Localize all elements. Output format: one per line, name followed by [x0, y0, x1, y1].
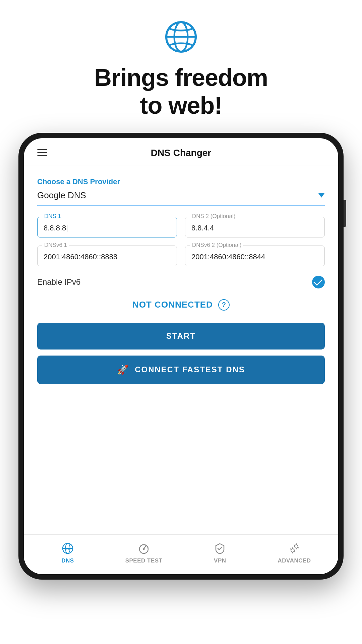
dnsv6-2-label: DNSv6 2 (Optional) — [190, 242, 243, 249]
phone-mockup: DNS Changer Choose a DNS Provider Google… — [0, 133, 362, 644]
speed-test-nav-icon — [137, 541, 151, 555]
dns-provider-label: Choose a DNS Provider — [37, 177, 325, 186]
status-text: NOT CONNECTED — [132, 300, 213, 310]
vpn-nav-icon — [213, 541, 227, 555]
dns-fields-grid: DNS 1 8.8.8.8 DNS 2 (Optional) 8.8.4.4 D… — [37, 217, 325, 266]
dnsv6-1-value: 2001:4860:4860::8888 — [44, 253, 171, 261]
dns1-value: 8.8.8.8 — [44, 224, 171, 232]
nav-advanced-label: ADVANCED — [278, 557, 311, 564]
dnsv6-2-value: 2001:4860:4860::8844 — [191, 253, 318, 261]
dns-provider-value: Google DNS — [37, 190, 86, 201]
hamburger-menu-button[interactable] — [37, 149, 47, 156]
dns-provider-dropdown[interactable]: Google DNS — [37, 190, 325, 206]
dns2-field[interactable]: DNS 2 (Optional) 8.8.4.4 — [185, 217, 325, 237]
ipv6-checkbox[interactable] — [312, 276, 325, 288]
hero-title: Brings freedom to web! — [94, 64, 268, 119]
svg-point-9 — [143, 548, 145, 550]
phone-body: DNS Changer Choose a DNS Provider Google… — [18, 133, 344, 580]
nav-item-advanced[interactable]: ADVANCED — [278, 541, 311, 564]
hero-section: Brings freedom to web! — [0, 0, 362, 133]
chevron-down-icon — [318, 193, 325, 198]
bottom-nav: DNS DNS SPEED TEST — [24, 534, 338, 574]
app-content: Choose a DNS Provider Google DNS DNS 1 8… — [24, 165, 338, 534]
dns-nav-icon: DNS — [61, 541, 75, 555]
status-row: NOT CONNECTED ? — [37, 299, 325, 311]
globe-icon — [164, 20, 198, 54]
dnsv6-1-field[interactable]: DNSv6 1 2001:4860:4860::8888 — [37, 246, 177, 266]
advanced-nav-icon — [287, 541, 301, 555]
nav-vpn-label: VPN — [214, 557, 226, 564]
app-title: DNS Changer — [151, 148, 211, 158]
nav-item-speed-test[interactable]: SPEED TEST — [125, 541, 163, 564]
dns2-value: 8.8.4.4 — [191, 224, 318, 232]
nav-dns-label: DNS — [61, 557, 74, 564]
app-topbar: DNS Changer — [24, 138, 338, 165]
svg-text:DNS: DNS — [65, 547, 71, 550]
nav-item-vpn[interactable]: VPN — [203, 541, 237, 564]
dnsv6-2-field[interactable]: DNSv6 2 (Optional) 2001:4860:4860::8844 — [185, 246, 325, 266]
rocket-icon: 🚀 — [117, 364, 129, 375]
svg-point-11 — [291, 549, 294, 552]
phone-screen: DNS Changer Choose a DNS Provider Google… — [24, 138, 338, 574]
nav-item-dns[interactable]: DNS DNS — [51, 541, 84, 564]
dnsv6-1-label: DNSv6 1 — [42, 242, 69, 249]
dns1-field[interactable]: DNS 1 8.8.8.8 — [37, 217, 177, 237]
dns2-label: DNS 2 (Optional) — [190, 213, 237, 220]
dns1-label: DNS 1 — [42, 213, 63, 220]
start-button[interactable]: START — [37, 323, 325, 350]
connect-fastest-button[interactable]: 🚀 CONNECT FASTEST DNS — [37, 356, 325, 384]
connect-fastest-label: CONNECT FASTEST DNS — [135, 365, 245, 374]
svg-point-10 — [295, 545, 298, 548]
help-button[interactable]: ? — [218, 299, 230, 311]
nav-speed-test-label: SPEED TEST — [125, 557, 163, 564]
ipv6-row: Enable IPv6 — [37, 276, 325, 288]
ipv6-label: Enable IPv6 — [37, 277, 80, 287]
